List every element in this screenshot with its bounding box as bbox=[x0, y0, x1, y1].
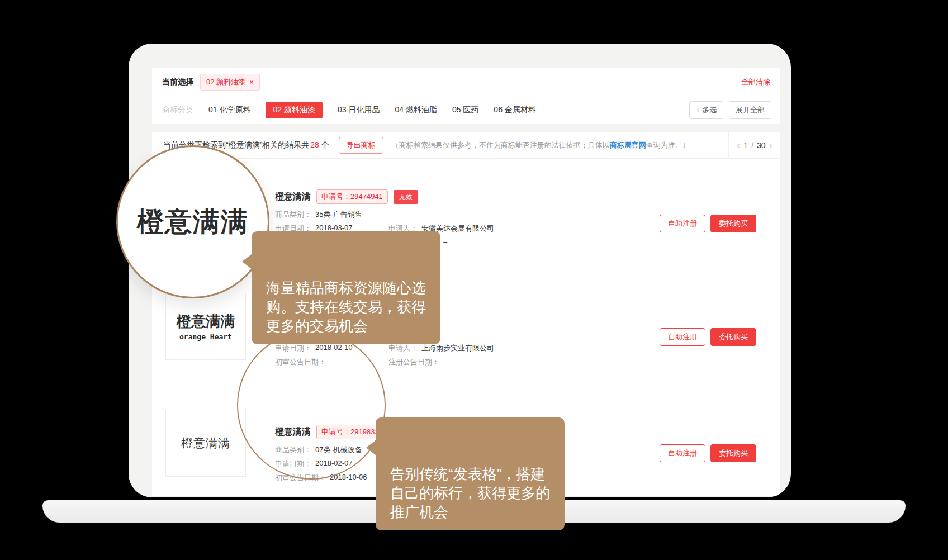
remove-filter-icon[interactable]: × bbox=[249, 78, 254, 86]
multi-select-button[interactable]: + 多选 bbox=[689, 101, 723, 119]
field-value: 35类-广告销售 bbox=[315, 210, 362, 220]
field-label: 商品类别： bbox=[275, 210, 311, 220]
application-number: 29474941 bbox=[350, 192, 383, 201]
category-item-02-selected[interactable]: 02 颜料油漆 bbox=[266, 102, 322, 118]
next-page-icon[interactable]: › bbox=[769, 140, 772, 150]
field-label: 申请人： bbox=[388, 343, 418, 353]
status-badge: 无效 bbox=[394, 190, 418, 204]
results-header: 当前分类下检索到“橙意满满”相关的结果共28 个 导出商标 （商标检索结果仅供参… bbox=[152, 132, 780, 159]
screenshot-root: 当前选择 02 颜料油漆 × 全部清除 商标分类 01 化学原料 02 颜料油漆… bbox=[0, 0, 948, 560]
pagination-separator: / bbox=[751, 141, 753, 150]
trademark-image-subtext: orange Heart bbox=[179, 333, 232, 341]
results-header-main: 当前分类下检索到“橙意满满”相关的结果共28 个 导出商标 （商标检索结果仅供参… bbox=[152, 132, 728, 158]
current-selection-label: 当前选择 bbox=[162, 77, 193, 87]
category-item-03[interactable]: 03 日化用品 bbox=[338, 105, 380, 115]
filter-panel: 当前选择 02 颜料油漆 × 全部清除 商标分类 01 化学原料 02 颜料油漆… bbox=[152, 68, 780, 124]
application-number-tag: 申请号：29474941 bbox=[316, 189, 388, 204]
callout-text: 告别传统“发表格”，搭建 自己的标行，获得更多的 推广机会 bbox=[390, 466, 550, 520]
current-selection-row: 当前选择 02 颜料油漆 × 全部清除 bbox=[152, 68, 780, 96]
pagination-current: 1 bbox=[743, 141, 748, 150]
self-register-button[interactable]: 自助注册 bbox=[660, 215, 705, 232]
entrust-buy-button[interactable]: 委托购买 bbox=[710, 444, 756, 462]
magnified-trademark-text: 橙意满满 bbox=[137, 204, 249, 240]
pagination-total: 30 bbox=[757, 141, 766, 150]
entrust-buy-button[interactable]: 委托购买 bbox=[710, 215, 756, 232]
category-item-04[interactable]: 04 燃料油脂 bbox=[395, 105, 437, 115]
results-count: 28 bbox=[310, 140, 319, 149]
category-item-05[interactable]: 05 医药 bbox=[452, 105, 478, 115]
trademark-image-text: 橙意满满 bbox=[181, 435, 230, 451]
callout-arrow-icon bbox=[242, 254, 252, 269]
callout-text: 海量精品商标资源随心选 购。支持在线交易，获得 更多的交易机会 bbox=[266, 279, 426, 334]
trademark-image[interactable]: 橙意满满 bbox=[165, 410, 246, 477]
selected-filter-tag-label: 02 颜料油漆 bbox=[206, 77, 245, 87]
self-register-button[interactable]: 自助注册 bbox=[660, 328, 705, 346]
trademark-image[interactable]: 橙意满满 orange Heart bbox=[165, 293, 246, 360]
callout-marketplace: 海量精品商标资源随心选 购。支持在线交易，获得 更多的交易机会 bbox=[252, 231, 440, 344]
result-title-row: 橙意满满 申请号：29474941 无效 bbox=[275, 190, 494, 203]
result-actions: 自助注册 委托购买 bbox=[660, 444, 756, 462]
self-register-button[interactable]: 自助注册 bbox=[660, 444, 705, 462]
result-actions: 自助注册 委托购买 bbox=[660, 328, 756, 346]
result-actions: 自助注册 委托购买 bbox=[660, 215, 756, 232]
selected-filter-tag[interactable]: 02 颜料油漆 × bbox=[200, 74, 260, 91]
application-number-label: 申请号： bbox=[321, 192, 350, 201]
expand-all-button[interactable]: 展开全部 bbox=[729, 101, 771, 119]
trademark-name[interactable]: 橙意满满 bbox=[275, 191, 311, 203]
category-item-06[interactable]: 06 金属材料 bbox=[494, 105, 535, 115]
callout-arrow-icon bbox=[366, 440, 376, 455]
trademark-image-text: 橙意满满 bbox=[177, 312, 235, 331]
disclaimer-pre: （商标检索结果仅供参考，不作为商标能否注册的法律依据；具体以 bbox=[392, 141, 610, 149]
field-value: 上海雨步实业有限公司 bbox=[421, 343, 494, 353]
magnifier-circle-large: 橙意满满 bbox=[116, 145, 269, 298]
pagination: ‹ 1 / 30 › bbox=[728, 132, 780, 158]
disclaimer-post: 查询为准。） bbox=[646, 141, 690, 149]
results-summary-suffix: 个 bbox=[319, 140, 329, 149]
category-field: 商品类别：35类-广告销售 bbox=[275, 210, 494, 219]
field-value: – bbox=[443, 357, 447, 367]
export-trademarks-button[interactable]: 导出商标 bbox=[339, 137, 383, 154]
magnifier-circle-small bbox=[237, 331, 386, 480]
field-label: 注册公告日期： bbox=[388, 357, 439, 367]
prev-page-icon[interactable]: ‹ bbox=[737, 140, 740, 150]
trademark-office-link[interactable]: 商标局官网 bbox=[610, 141, 646, 149]
callout-promotion: 告别传统“发表格”，搭建 自己的标行，获得更多的 推广机会 bbox=[376, 417, 565, 530]
disclaimer-text: （商标检索结果仅供参考，不作为商标能否注册的法律依据；具体以商标局官网查询为准。… bbox=[392, 140, 690, 150]
entrust-buy-button[interactable]: 委托购买 bbox=[710, 328, 756, 346]
category-label: 商标分类 bbox=[162, 105, 193, 115]
category-row: 商标分类 01 化学原料 02 颜料油漆 03 日化用品 04 燃料油脂 05 … bbox=[152, 96, 780, 124]
field-value: – bbox=[443, 238, 447, 248]
clear-all-link[interactable]: 全部清除 bbox=[741, 77, 770, 87]
category-item-01[interactable]: 01 化学原料 bbox=[208, 105, 250, 115]
